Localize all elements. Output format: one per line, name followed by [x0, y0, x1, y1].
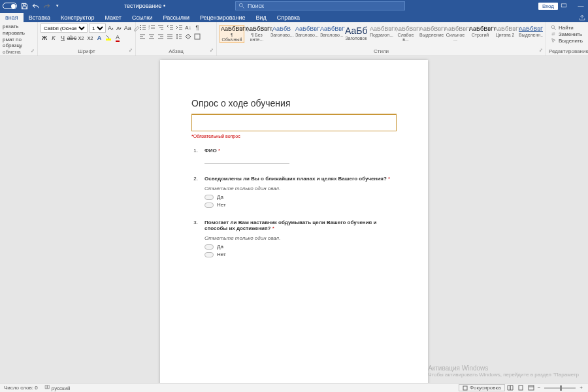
oval-icon [204, 252, 214, 257]
search-box[interactable]: Поиск [235, 1, 405, 10]
multilevel-icon[interactable] [157, 24, 165, 31]
option[interactable]: Нет [204, 252, 397, 257]
sort-icon[interactable]: А↓ [184, 24, 192, 31]
minimize-icon[interactable]: — [575, 3, 587, 9]
zoom-slider[interactable] [544, 387, 576, 389]
undo-icon[interactable] [31, 2, 39, 10]
italic-icon[interactable]: К [50, 34, 57, 42]
bold-icon[interactable]: Ж [41, 34, 48, 42]
style-item[interactable]: АаБбВвГгСильное ... [443, 25, 468, 43]
zoom-in-icon[interactable]: + [580, 385, 583, 391]
strike-icon[interactable]: abc [68, 34, 76, 42]
option[interactable]: Да [204, 244, 397, 250]
style-item[interactable]: АаБбВвГЗаголово... [294, 25, 319, 39]
replace-button[interactable]: Заменить [551, 31, 583, 37]
align-left-icon[interactable] [139, 33, 146, 41]
web-layout-icon[interactable] [527, 385, 536, 391]
svg-line-40 [554, 28, 556, 30]
align-center-icon[interactable] [148, 33, 155, 41]
align-right-icon[interactable] [157, 33, 165, 41]
style-item[interactable]: АаБбВЗаголово... [269, 25, 294, 39]
style-item[interactable]: АаБбВвГг,Выделенн... [517, 25, 542, 39]
change-case-icon[interactable]: Aa [123, 24, 131, 32]
tab-references[interactable]: Ссылки [127, 13, 158, 22]
qat-dropdown-icon[interactable]: ▾ [54, 2, 61, 10]
tab-review[interactable]: Рецензирование [195, 13, 251, 22]
option[interactable]: Да [204, 194, 397, 200]
style-item[interactable]: АаБбВвГг,¶ Обычный [220, 25, 244, 43]
focus-mode-button[interactable]: Фокусировка [459, 384, 505, 391]
style-item[interactable]: АаБбВвГЗаголово... [319, 25, 344, 39]
style-item[interactable]: АаБбВвГгСлабое в... [393, 25, 418, 43]
bullets-icon[interactable] [139, 24, 146, 31]
word-count[interactable]: Число слов: 0 [4, 385, 38, 391]
dialog-launcher-icon[interactable]: ⤢ [129, 48, 133, 53]
increase-indent-icon[interactable] [175, 24, 183, 31]
ribbon: резать пировать рмат по образцу обмена⤢ … [0, 22, 588, 56]
find-button[interactable]: Найти [551, 25, 583, 31]
font-family-select[interactable]: Calibri (Основн [41, 24, 88, 33]
dialog-launcher-icon[interactable]: ⤢ [539, 48, 543, 53]
highlight-icon[interactable] [105, 34, 112, 42]
read-mode-icon[interactable] [506, 385, 515, 391]
text-effects-icon[interactable]: A [95, 34, 103, 42]
decrease-indent-icon[interactable] [166, 24, 174, 31]
numbering-icon[interactable]: 12 [148, 24, 155, 31]
answer-line[interactable] [204, 157, 289, 164]
cut-button[interactable]: резать [3, 24, 35, 29]
document-area[interactable]: Опрос о ходе обучения *Обязательный вопр… [0, 56, 588, 383]
style-item[interactable]: АаБбВвГг,¶ Без инте... [244, 25, 269, 43]
print-layout-icon[interactable] [516, 385, 525, 391]
subscript-icon[interactable]: x2 [77, 34, 85, 42]
login-button[interactable]: Вход [538, 3, 558, 10]
zoom-out-icon[interactable]: − [538, 385, 541, 391]
copy-button[interactable]: пировать [3, 30, 35, 36]
ribbon-display-icon[interactable] [561, 3, 572, 9]
dialog-launcher-icon[interactable]: ⤢ [31, 48, 35, 55]
style-item[interactable]: АаБбВвГгВыделение [418, 25, 443, 39]
tab-layout[interactable]: Макет [99, 13, 126, 22]
shrink-font-icon[interactable]: A▾ [116, 24, 122, 32]
oval-icon [204, 203, 214, 208]
group-font: Calibri (Основн 11 A▴ A▾ Aa Ж К Ч abc x2… [38, 22, 136, 56]
group-label: Абзац [169, 48, 183, 54]
svg-rect-42 [519, 385, 523, 390]
save-icon[interactable] [20, 2, 28, 10]
font-size-select[interactable]: 11 [89, 24, 106, 33]
shading-icon[interactable] [184, 33, 192, 41]
svg-rect-41 [463, 386, 467, 390]
tab-help[interactable]: Справка [272, 13, 305, 22]
question: 3.Помогает ли Вам наставник обдумывать ц… [191, 220, 397, 257]
tab-mailings[interactable]: Рассылки [158, 13, 195, 22]
description-box[interactable] [191, 114, 397, 131]
font-color-icon[interactable]: A [114, 34, 122, 42]
line-spacing-icon[interactable] [175, 33, 183, 41]
page[interactable]: Опрос о ходе обучения *Обязательный вопр… [160, 60, 428, 383]
pilcrow-icon[interactable]: ¶ [193, 24, 201, 31]
group-clipboard: резать пировать рмат по образцу обмена⤢ [0, 22, 38, 56]
survey-title: Опрос о ходе обучения [191, 98, 397, 111]
borders-icon[interactable] [193, 33, 201, 41]
superscript-icon[interactable]: x2 [86, 34, 94, 42]
style-item[interactable]: ААББВВГГ,Слабая сс... [542, 25, 543, 43]
grow-font-icon[interactable]: A▴ [107, 24, 114, 32]
option[interactable]: Нет [204, 202, 397, 208]
tab-home[interactable]: вная [0, 13, 24, 22]
select-button[interactable]: Выделить [551, 38, 583, 44]
tab-design[interactable]: Конструктор [56, 13, 99, 22]
style-item[interactable]: АаБбВвГг,Цитата 2 [493, 25, 517, 39]
style-item[interactable]: АаБбВвГгСтрогий [468, 25, 493, 39]
redo-icon[interactable] [42, 2, 50, 10]
underline-icon[interactable]: Ч [59, 34, 67, 42]
format-painter-button[interactable]: рмат по образцу [3, 37, 35, 48]
share-icon[interactable] [574, 13, 588, 22]
autosave-toggle[interactable] [3, 3, 17, 9]
tab-view[interactable]: Вид [251, 13, 272, 22]
svg-line-1 [242, 7, 244, 8]
dialog-launcher-icon[interactable]: ⤢ [210, 48, 214, 53]
style-item[interactable]: АаБбЗаголовок [344, 25, 368, 42]
language-button[interactable]: русский [44, 384, 71, 391]
style-item[interactable]: АаБбВвГг,Подзагол... [368, 25, 393, 39]
tab-insert[interactable]: Вставка [24, 13, 56, 22]
justify-icon[interactable] [166, 33, 174, 41]
